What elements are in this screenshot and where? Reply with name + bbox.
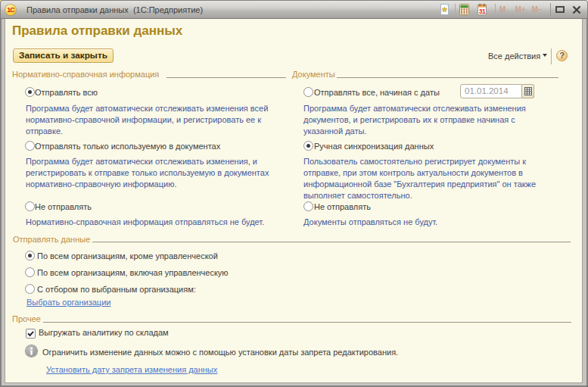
svg-text:31: 31 (479, 8, 486, 15)
